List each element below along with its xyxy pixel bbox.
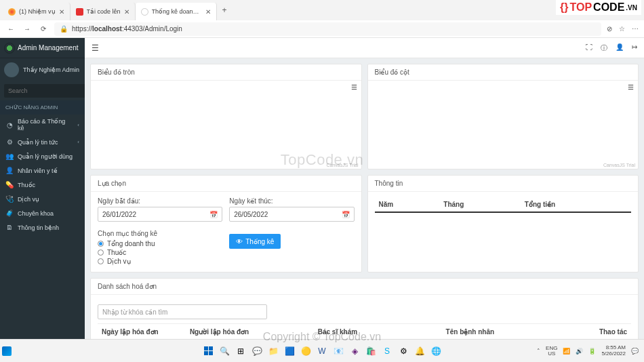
sidebar-item-users[interactable]: 👥Quản lý người dùng [0,149,85,163]
radio-total-revenue[interactable]: Tổng doanh thu [98,240,222,247]
pie-chart-icon: ◔ [5,121,14,129]
sidebar-item-news[interactable]: ⚙Quản lý tin tức‹ [0,135,85,149]
windows-taskbar: 🔍 ⊞ 💬 📁 🟦 🟡 W 📧 ◈ 🛍️ S ⚙ 🔔 🌐 ˄ ENGUS 📶 🔊… [0,339,644,362]
sidebar-category: CHỨC NĂNG ADMIN [0,100,85,115]
tab-favicon [141,8,148,16]
users-icon: 👥 [5,153,14,160]
user-icon: 👤 [5,167,14,174]
hamburger-icon[interactable]: ☰ [92,43,99,53]
logout-icon[interactable]: ↦ [632,43,637,53]
taskbar-apps: 🔍 ⊞ 💬 📁 🟦 🟡 W 📧 ◈ 🛍️ S ⚙ 🔔 🌐 [202,345,442,357]
close-icon[interactable]: ✕ [205,8,211,16]
browser-tab-2[interactable]: Tải code lên ✕ [71,3,136,20]
placeholder-text: Nhập từ khóa cần tìm [102,308,167,316]
visual-studio-icon[interactable]: ◈ [348,345,361,357]
tab-title: Thống kê doanh thu [152,8,202,15]
radio-service[interactable]: Dịch vụ [98,258,222,265]
col-month: Tháng [439,197,521,212]
wifi-icon[interactable]: 📶 [563,348,570,355]
task-view-icon[interactable]: ⊞ [235,345,247,357]
clock[interactable]: 8:55 AM 5/26/2022 [601,345,626,357]
sidebar-item-medicine[interactable]: 💊Thuốc [0,178,85,192]
back-button[interactable]: ← [5,25,16,33]
radio-medicine[interactable]: Thuốc [98,249,222,256]
browser-tab-3[interactable]: Thống kê doanh thu ✕ [136,3,217,20]
sidebar-item-service[interactable]: 🩺Dịch vụ [0,192,85,206]
radio-icon [98,258,104,264]
radio-label: Thuốc [107,249,126,256]
volume-icon[interactable]: 🔊 [576,348,583,355]
chat-icon[interactable]: 💬 [251,345,263,357]
start-date-input[interactable]: 26/01/2022 📅 [98,207,222,222]
close-icon[interactable]: ✕ [59,8,64,16]
settings-icon[interactable]: ⚙ [397,345,409,357]
close-icon[interactable]: ✕ [124,8,129,16]
button-label: Thống kê [245,238,274,245]
sidebar-item-specialty[interactable]: 🧳Chuyên khoa [0,206,85,220]
pill-icon: 💊 [5,181,14,188]
calendar-icon[interactable]: 📅 [209,211,218,218]
notifications-icon[interactable]: 💬 [631,348,639,355]
stat-button[interactable]: 👁Thống kê [229,234,281,249]
sidebar-user[interactable]: Thầy Nghiệm Admin [0,58,85,81]
app-title: Admin Management [18,44,79,52]
reload-button[interactable]: ⟳ [38,25,49,33]
chart-menu-icon[interactable]: ☰ [351,83,357,91]
col-total: Tổng tiền [521,197,631,212]
search-icon[interactable]: 🔍 [218,345,230,357]
panel-info: Thông tin Năm Tháng Tổng tiền [367,175,639,273]
panel-title: Biểu đồ cột [375,68,409,76]
forward-button[interactable]: → [22,25,33,33]
sidebar-item-label: Quản lý người dùng [18,153,73,160]
start-button[interactable] [202,345,214,357]
file-explorer-icon[interactable]: 📁 [267,345,279,357]
gear-icon: ⚙ [5,138,14,146]
invoice-search-input[interactable]: Nhập từ khóa cần tìm [98,304,267,319]
lock-icon: 🔒 [60,25,68,33]
search-input[interactable] [4,84,88,98]
briefcase-icon: 🧳 [5,209,14,217]
new-tab-button[interactable]: + [217,5,233,15]
stethoscope-icon: 🩺 [5,195,14,203]
end-date-label: Ngày kết thúc: [229,197,354,205]
user-plus-icon[interactable]: 👤 [616,43,624,53]
skype-icon[interactable]: S [381,345,393,357]
info-table: Năm Tháng Tổng tiền [375,197,632,213]
not-synced-icon[interactable]: ⊘ [607,25,612,33]
sidebar-item-label: Quản lý tin tức [18,139,58,146]
app-icon[interactable]: 🔔 [414,345,426,357]
document-icon: 🗎 [5,224,14,231]
eye-icon: 👁 [236,238,243,245]
menu-icon[interactable]: ⋯ [632,25,639,33]
store-icon[interactable]: 🛍️ [365,345,377,357]
battery-icon[interactable]: 🔋 [588,348,596,355]
browser-tab-strip: (1) Nhiệm vụ ✕ Tải code lên ✕ Thống kê d… [0,0,644,20]
topcode-logo: {} TOPCODE.VN [556,0,641,15]
address-bar[interactable]: 🔒 https://localhost:44303/Admin/Login [54,22,601,36]
language-indicator[interactable]: ENGUS [546,346,557,357]
col-invoice-creator: Người lập hóa đơn [186,328,314,336]
info-icon[interactable]: ⓘ [601,43,607,53]
col-doctor: Bác sĩ khám [314,328,442,336]
edge-icon[interactable]: 🟦 [283,345,296,357]
copilot-icon[interactable] [2,346,12,356]
word-icon[interactable]: W [316,345,328,357]
chart-menu-icon[interactable]: ☰ [628,83,634,91]
panel-title: Danh sách hoá đơn [98,283,157,290]
sidebar-item-disease[interactable]: 🗎Thông tin bệnh [0,220,85,235]
browser-tab-1[interactable]: (1) Nhiệm vụ ✕ [3,3,71,20]
tray-chevron-icon[interactable]: ˄ [537,348,540,355]
calendar-icon[interactable]: 📅 [342,211,350,218]
main-content: ☰ ⛶ ⓘ 👤 ↦ Biểu đồ tròn ☰ CanvasJS Trial [85,38,644,339]
end-date-input[interactable]: 26/05/2022 📅 [229,207,354,222]
outlook-icon[interactable]: 📧 [332,345,344,357]
tab-favicon [76,8,83,16]
sidebar-item-reports[interactable]: ◔Báo cáo & Thống kê‹ [0,115,85,135]
browser-toolbar: ← → ⟳ 🔒 https://localhost:44303/Admin/Lo… [0,20,644,38]
favorites-icon[interactable]: ☆ [619,25,625,33]
date-value: 26/05/2022 [234,211,268,218]
fullscreen-icon[interactable]: ⛶ [586,43,592,53]
sidebar-item-staff[interactable]: 👤Nhân viên y tế [0,163,85,178]
app-icon-2[interactable]: 🌐 [430,345,442,357]
chrome-icon[interactable]: 🟡 [300,345,312,357]
